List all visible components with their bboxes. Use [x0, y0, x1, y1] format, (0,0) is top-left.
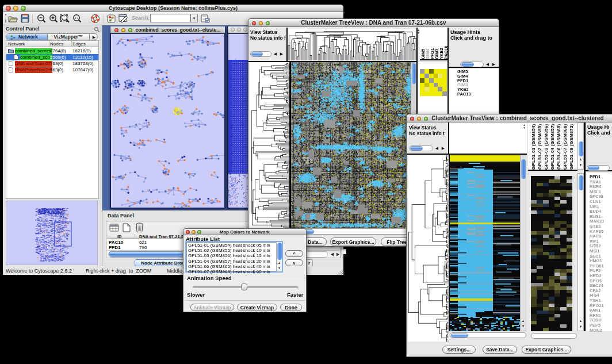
svg-text:1:1: 1:1 — [74, 16, 79, 20]
